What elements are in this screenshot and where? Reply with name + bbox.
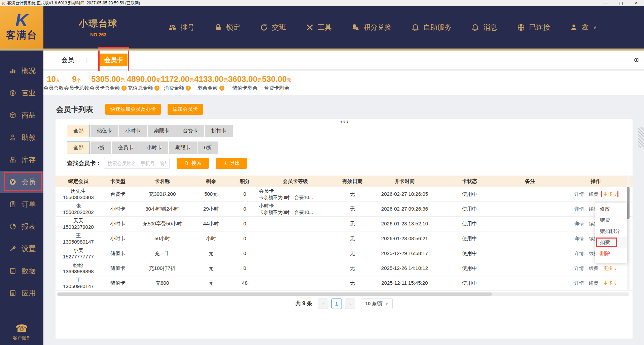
close-button[interactable]: × — [629, 0, 644, 6]
detail-link[interactable]: 详情 — [574, 251, 584, 257]
filter-button[interactable]: 7折 — [91, 142, 111, 154]
right-edge-handle[interactable] — [638, 127, 644, 148]
more-link[interactable]: 更多 ∨ — [603, 265, 617, 272]
cell-bound-member: 天天 15032379020 — [56, 218, 101, 230]
filter-button[interactable]: 小时卡 — [140, 142, 168, 154]
sidebar-item[interactable]: 数据 — [0, 260, 43, 282]
horizontal-scrollbar-thumb[interactable] — [57, 292, 492, 296]
page-size-select[interactable]: 10 条/页 ∨ — [361, 298, 393, 309]
prev-page-button[interactable]: ‹ — [318, 299, 328, 309]
filter-button[interactable]: 会员卡 — [112, 142, 140, 154]
filter-button[interactable]: 6折 — [198, 142, 218, 154]
dropdown-item[interactable]: 赠扣积分 — [595, 225, 627, 237]
renew-link[interactable]: 续费 — [589, 191, 598, 197]
maximize-button[interactable] — [613, 0, 629, 6]
stat-cell: 1172.00元 消费金额 i — [160, 71, 194, 95]
cell-card-name: 充800 — [135, 280, 190, 286]
sidebar-item[interactable]: 概况 — [0, 60, 43, 82]
people-icon — [168, 23, 177, 32]
data-icon — [9, 267, 16, 275]
header-nav-item[interactable]: 鑫 ∨ — [570, 23, 597, 32]
vertical-scrollbar[interactable] — [627, 176, 630, 290]
venue-name: 小璟台球 — [79, 18, 118, 30]
filter-button[interactable]: 期限卡 — [148, 125, 176, 137]
coach-icon — [9, 134, 16, 141]
table-row: 王 13050980147 小时卡 50小时 小时 0 无 2026-01-23… — [56, 231, 633, 246]
cell-card-type: 储值卡 — [101, 280, 134, 286]
sidebar-item[interactable]: 报表 — [0, 215, 43, 238]
renew-link[interactable]: 续费 — [589, 265, 598, 272]
search-input[interactable] — [104, 158, 170, 169]
goods-icon — [9, 112, 16, 119]
header-nav-item[interactable]: 积分兑换 — [351, 23, 392, 32]
header-nav-item[interactable]: 消息 — [471, 23, 497, 32]
detail-link[interactable]: 详情 — [574, 280, 584, 286]
minimize-button[interactable]: — — [598, 0, 613, 6]
header-nav-item[interactable]: 排号 — [168, 23, 194, 32]
stat-cell: 530.00元 台费卡剩余 — [262, 71, 291, 95]
eye-icon[interactable] — [633, 57, 640, 63]
detail-link[interactable]: 详情 — [574, 206, 584, 212]
vertical-scrollbar-thumb[interactable] — [627, 187, 630, 219]
filter-button[interactable]: 折扣卡 — [205, 125, 233, 137]
quick-add-member-card-button[interactable]: 快速添加会员及办卡 — [105, 104, 161, 115]
sidebar-item[interactable]: 助教 — [0, 126, 43, 149]
header-nav-item[interactable]: 工具 — [306, 23, 332, 32]
search-button[interactable]: 搜索 — [177, 158, 209, 169]
app-header: 小璟台球 NO.263 排号 锁定 交班 工具 积分兑换 自助服务 消息 已连接… — [43, 6, 644, 49]
page-number-1[interactable]: 1 — [331, 299, 342, 309]
sidebar-customer-service[interactable]: ☎ 客户服务 — [0, 323, 43, 341]
next-page-button[interactable]: › — [345, 299, 355, 309]
dropdown-item[interactable]: 赠费 — [595, 214, 627, 225]
info-icon[interactable]: i — [186, 86, 191, 91]
cell-bound-member: 王 13050980147 — [56, 232, 101, 245]
cell-remaining: 元 — [190, 280, 232, 286]
filter-button[interactable]: 台费卡 — [176, 125, 204, 137]
dropdown-item[interactable]: 扣费 — [595, 237, 627, 248]
sidebar-item[interactable]: 应用 — [0, 282, 43, 304]
sidebar-item[interactable]: 库存 — [0, 149, 43, 171]
dropdown-item[interactable]: 删除 — [595, 248, 627, 259]
settings-icon — [9, 245, 16, 252]
sidebar: 概况 营业 商品 助教 库存 会员 订单 报表 设置 数据 应用 ☎ 客户服务 — [0, 51, 43, 345]
sidebar-item[interactable]: 商品 — [0, 104, 43, 126]
tab-member[interactable]: 会员 — [61, 56, 74, 64]
venue-number: NO.263 — [79, 32, 118, 37]
info-icon[interactable]: i — [154, 86, 159, 91]
tab-member-card[interactable]: 会员卡 — [100, 54, 128, 66]
cell-actions: 详情 续费 更多 ∨ — [559, 280, 633, 286]
header-nav-item[interactable]: 交班 — [260, 23, 286, 32]
filter-button[interactable]: 小时卡 — [119, 125, 147, 137]
sidebar-item[interactable]: 会员 — [0, 171, 43, 193]
info-icon[interactable]: i — [219, 86, 224, 91]
user-icon — [570, 23, 578, 32]
more-link[interactable]: 更多 ∨ — [603, 280, 617, 286]
sidebar-item[interactable]: 订单 — [0, 193, 43, 215]
renew-link[interactable]: 续费 — [589, 280, 598, 286]
dropdown-item[interactable]: 修改 — [595, 203, 627, 214]
detail-link[interactable]: 详情 — [574, 265, 584, 272]
sidebar-item[interactable]: 营业 — [0, 82, 43, 104]
more-link[interactable]: 更多 ∨ — [603, 191, 617, 197]
card-type-filters: 全部储值卡小时卡期限卡台费卡折扣卡 — [67, 125, 233, 137]
header-nav-item[interactable]: 已连接 — [517, 23, 550, 32]
header-nav-item[interactable]: 锁定 — [214, 23, 240, 32]
export-button[interactable]: 导出 — [216, 158, 247, 169]
horizontal-scrollbar[interactable] — [57, 292, 629, 296]
filter-button[interactable]: 全部 — [67, 142, 90, 154]
header-nav-item[interactable]: 自助服务 — [411, 23, 452, 32]
table-column-header: 会员卡等级 — [257, 178, 333, 185]
detail-link[interactable]: 详情 — [574, 191, 584, 197]
filter-button[interactable]: 全部 — [67, 125, 90, 137]
cell-open-time: 2026-01-23 08:56:21 — [372, 236, 438, 242]
sidebar-item[interactable]: 设置 — [0, 238, 43, 260]
chart-icon — [9, 67, 16, 74]
filter-button[interactable]: 储值卡 — [91, 125, 118, 137]
cell-actions: 详情 续费 更多 ∨ — [559, 191, 633, 197]
detail-link[interactable]: 详情 — [574, 221, 584, 227]
add-member-card-button[interactable]: 添加会员卡 — [168, 104, 203, 115]
filter-button[interactable]: 期限卡 — [169, 142, 197, 154]
detail-link[interactable]: 详情 — [574, 236, 584, 242]
info-icon[interactable]: i — [121, 86, 127, 91]
table-row-partial: 123 — [56, 119, 633, 123]
